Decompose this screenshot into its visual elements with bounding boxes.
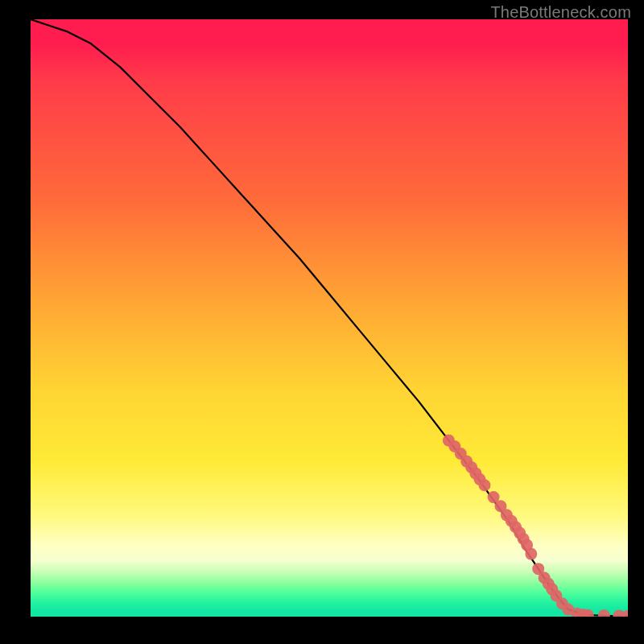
data-point bbox=[469, 467, 481, 479]
data-point bbox=[546, 583, 558, 595]
data-point bbox=[556, 597, 568, 609]
data-point bbox=[622, 610, 629, 617]
data-point bbox=[501, 509, 513, 521]
data-point bbox=[539, 572, 551, 584]
data-point bbox=[562, 604, 574, 616]
data-point bbox=[488, 491, 500, 503]
data-point bbox=[514, 527, 526, 539]
data-point bbox=[494, 500, 506, 512]
data-point bbox=[582, 609, 594, 617]
data-point bbox=[443, 435, 455, 447]
curve-layer bbox=[31, 19, 628, 617]
attribution-text: TheBottleneck.com bbox=[490, 3, 631, 22]
chart-stage: TheBottleneck.com bbox=[0, 0, 644, 644]
data-point bbox=[598, 609, 610, 617]
plot-area bbox=[31, 19, 628, 617]
data-point bbox=[525, 548, 537, 560]
data-point bbox=[532, 563, 544, 575]
data-point bbox=[478, 479, 490, 491]
data-point bbox=[510, 521, 522, 533]
data-point bbox=[473, 473, 485, 485]
data-point bbox=[448, 440, 460, 452]
data-point bbox=[521, 539, 533, 551]
data-point bbox=[577, 609, 589, 617]
data-point bbox=[518, 533, 530, 545]
data-point bbox=[550, 590, 562, 602]
data-point bbox=[506, 515, 518, 527]
data-point bbox=[613, 609, 625, 617]
data-point bbox=[465, 461, 477, 473]
data-point bbox=[460, 456, 473, 468]
data-point bbox=[571, 608, 583, 617]
data-point bbox=[455, 448, 467, 460]
data-point bbox=[543, 578, 555, 590]
bottleneck-curve bbox=[31, 19, 628, 616]
